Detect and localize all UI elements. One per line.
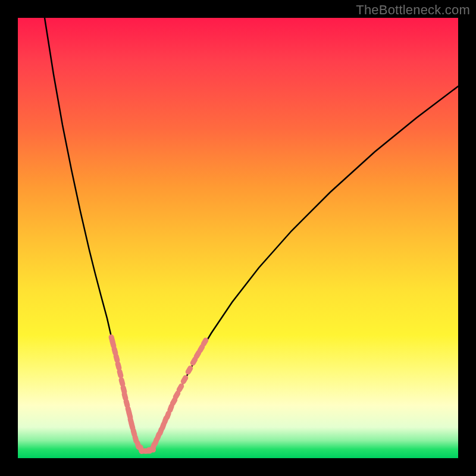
markers-group [108,334,209,455]
watermark-text: TheBottleneck.com [356,2,470,18]
marker-point [180,374,189,385]
curve-svg [18,18,458,458]
curve-left-branch [45,18,140,451]
curve-right-branch [152,86,458,451]
chart-frame: TheBottleneck.com [0,0,476,476]
plot-area [18,18,458,458]
